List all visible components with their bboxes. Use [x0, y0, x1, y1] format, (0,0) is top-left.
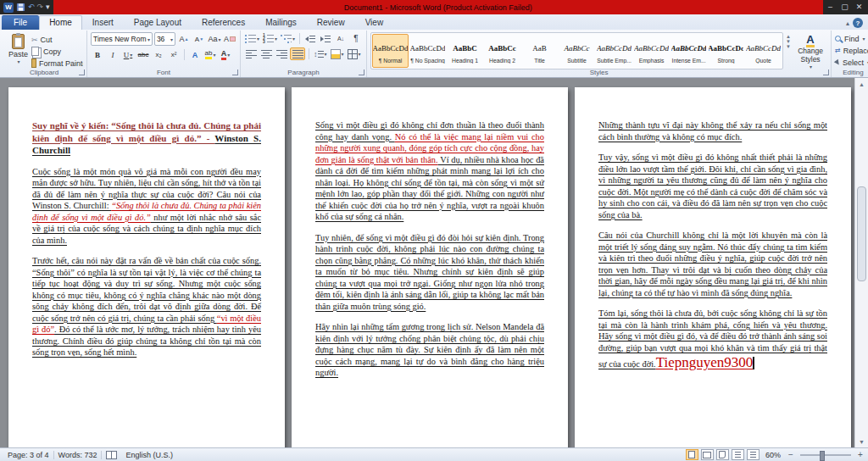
style-heading2[interactable]: AaBbCcHeading 2	[484, 34, 520, 68]
undo-icon[interactable]: ↶	[28, 3, 35, 11]
zoom-out-button[interactable]: −	[787, 450, 795, 459]
language-indicator[interactable]: English (U.S.)	[121, 451, 177, 459]
clipboard-dialog-launcher[interactable]	[79, 69, 85, 75]
draft-view-button[interactable]	[747, 449, 760, 460]
tab-references[interactable]: References	[192, 15, 255, 30]
tab-insert[interactable]: Insert	[82, 15, 124, 30]
paragraph-group-label: Paragraph	[241, 69, 366, 76]
style-heading1[interactable]: AaBbCHeading 1	[447, 34, 483, 68]
paste-button[interactable]: Paste ▾	[5, 32, 31, 64]
select-button[interactable]: Select ▾	[835, 57, 868, 68]
zoom-slider-thumb[interactable]	[820, 451, 825, 461]
show-hide-paragraph-button[interactable]: ¶	[349, 32, 363, 45]
qat-dropdown-icon[interactable]: ▾	[46, 3, 50, 11]
format-painter-button[interactable]: Format Painter	[31, 58, 83, 69]
styles-more-icon[interactable]: ▼	[786, 44, 791, 49]
help-icon[interactable]: ?	[853, 18, 863, 28]
font-size-select[interactable]: 36 ▾	[154, 32, 175, 46]
justify-button[interactable]	[290, 47, 305, 60]
increase-indent-button[interactable]	[319, 32, 332, 45]
grow-font-button[interactable]: A▲	[177, 33, 191, 46]
tab-file[interactable]: File	[2, 15, 39, 30]
underline-button[interactable]: U▾	[121, 48, 135, 61]
align-right-button[interactable]	[275, 47, 288, 60]
numbering-button[interactable]: ▾	[262, 32, 278, 45]
minimize-ribbon-icon[interactable]: ▴	[846, 19, 849, 27]
shading-button[interactable]: ▾	[330, 47, 345, 60]
font-dialog-launcher[interactable]	[232, 69, 238, 75]
scrollbar-thumb[interactable]	[857, 186, 866, 281]
style-normal[interactable]: AaBbCcDd¶ Normal	[372, 34, 409, 68]
superscript-button[interactable]: x²	[167, 48, 181, 61]
document-page-3[interactable]: Những thành tựu vĩ đại này không thể xảy…	[575, 87, 851, 447]
style-intense-emphasis[interactable]: AaBbCcDdIntense Em...	[670, 34, 707, 68]
text-effects-button[interactable]: A	[188, 48, 202, 61]
tab-view[interactable]: View	[355, 15, 394, 30]
bullets-button[interactable]: ▾	[244, 32, 260, 45]
style-title[interactable]: AaBTitle	[521, 34, 558, 68]
outline-view-button[interactable]	[732, 449, 744, 460]
style-no-spacing[interactable]: AaBbCcDd¶ No Spacing	[409, 34, 446, 68]
change-styles-button[interactable]: A Change Styles ▾	[793, 32, 827, 69]
borders-button[interactable]: ▾	[347, 47, 362, 60]
styles-dialog-launcher[interactable]	[823, 69, 829, 75]
tab-review[interactable]: Review	[307, 15, 355, 30]
align-left-button[interactable]	[244, 47, 258, 60]
close-icon[interactable]: ✕	[852, 3, 866, 11]
vertical-scrollbar[interactable]: ▲ ▼	[854, 78, 868, 447]
style-quote[interactable]: AaBbCcDdQuote	[745, 34, 782, 68]
zoom-slider[interactable]	[800, 454, 851, 456]
align-center-button[interactable]	[259, 47, 273, 60]
copy-icon	[31, 47, 39, 56]
minimize-icon[interactable]: –	[823, 3, 837, 11]
font-color-button[interactable]: A▾	[219, 48, 232, 61]
document-page-1[interactable]: Suy nghĩ về ý kiến: “Sống thôi là chưa đ…	[8, 87, 285, 447]
shrink-font-button[interactable]: A▼	[192, 33, 206, 46]
line-spacing-button[interactable]: ↕▾	[313, 47, 328, 60]
full-screen-reading-view-button[interactable]	[701, 449, 714, 460]
save-icon[interactable]	[16, 3, 25, 12]
clear-formatting-button[interactable]: A	[223, 33, 236, 46]
subscript-button[interactable]: x₂	[152, 48, 165, 61]
style-emphasis[interactable]: AaBbCcDdEmphasis	[633, 34, 670, 68]
italic-button[interactable]: I	[106, 48, 120, 61]
font-family-select[interactable]: Times New Rom ▾	[91, 32, 153, 46]
cut-button[interactable]: ✂ Cut	[31, 34, 83, 45]
strikethrough-button[interactable]: abc	[136, 48, 150, 61]
change-case-button[interactable]: Aa▾	[208, 33, 221, 46]
paragraph-dialog-launcher[interactable]	[359, 69, 364, 75]
bold-button[interactable]: B	[91, 48, 104, 61]
multilevel-list-button[interactable]: ▾	[280, 32, 296, 45]
select-label: Select	[843, 58, 864, 67]
window-title: Document1 - Microsoft Word (Product Acti…	[344, 3, 532, 12]
tab-home[interactable]: Home	[39, 15, 82, 30]
scroll-up-icon[interactable]: ▲	[855, 78, 868, 90]
sort-button[interactable]: A↓	[334, 32, 348, 45]
style-subtle-emphasis[interactable]: AaBbCcDdSubtle Emp...	[596, 34, 632, 68]
tab-page-layout[interactable]: Page Layout	[124, 15, 192, 30]
copy-button[interactable]: Copy	[31, 46, 83, 57]
status-bar: Page: 3 of 4 Words: 732 English (U.S.) 6…	[0, 447, 868, 461]
word-count[interactable]: Words: 732	[54, 451, 102, 459]
replace-button[interactable]: ⇄ Replace	[835, 45, 868, 56]
scroll-down-icon[interactable]: ▼	[855, 436, 868, 447]
zoom-level[interactable]: 60%	[762, 451, 784, 459]
page-indicator[interactable]: Page: 3 of 4	[3, 451, 53, 459]
numbering-icon	[263, 35, 274, 43]
style-strong[interactable]: AaBbCcDcStrong	[708, 34, 744, 68]
word-icon[interactable]: W	[3, 3, 14, 13]
redo-icon[interactable]: ↷	[37, 3, 44, 11]
style-subtitle[interactable]: AaBbCcSubtitle	[559, 34, 595, 68]
proofing-status[interactable]	[102, 451, 121, 459]
maximize-icon[interactable]: ▢	[837, 3, 852, 11]
scrollbar-track[interactable]	[855, 90, 868, 436]
print-layout-view-button[interactable]	[686, 449, 698, 460]
document-page-2[interactable]: Sống vì một điều gì đó không chỉ đơn thu…	[292, 87, 568, 447]
tab-mailings[interactable]: Mailings	[255, 15, 307, 30]
zoom-in-button[interactable]: +	[856, 450, 865, 459]
find-button[interactable]: Find ▾	[835, 33, 868, 44]
decrease-indent-button[interactable]	[303, 32, 317, 45]
web-layout-view-button[interactable]	[716, 449, 729, 460]
highlight-button[interactable]: ab▾	[203, 48, 217, 61]
select-icon	[834, 58, 841, 65]
